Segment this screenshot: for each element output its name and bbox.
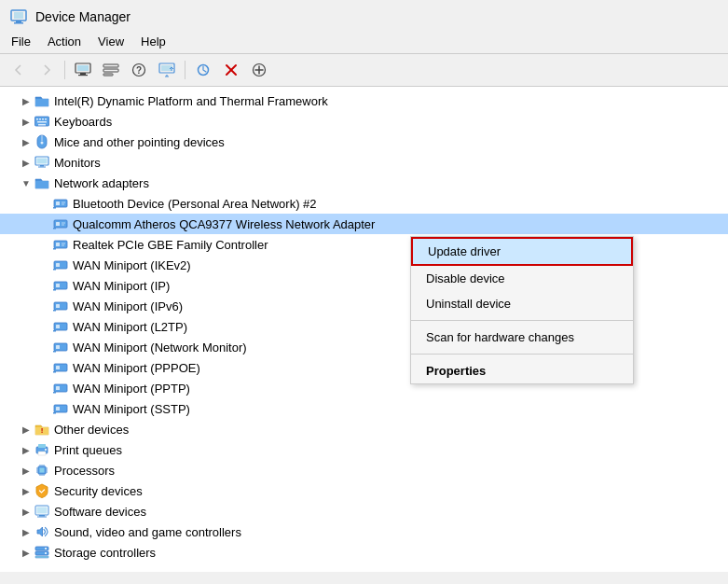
svg-rect-43 (56, 222, 60, 226)
context-menu-properties[interactable]: Properties (411, 358, 633, 383)
item-label: Network adapters (54, 176, 149, 190)
svg-text:!: ! (41, 426, 44, 435)
item-label: Software devices (54, 505, 146, 519)
svg-rect-36 (35, 181, 48, 188)
list-item[interactable]: ▶ Proces (0, 460, 728, 480)
help-button[interactable]: ? (126, 58, 152, 82)
svg-rect-24 (39, 118, 41, 120)
item-label: WAN Miniport (IKEv2) (73, 258, 191, 272)
expand-icon[interactable]: ▶ (19, 483, 34, 498)
list-item[interactable]: ▶ Security devices (0, 480, 728, 501)
network-folder-icon (34, 174, 50, 191)
scan-changes-toolbar-button[interactable] (190, 58, 216, 82)
list-item[interactable]: ▼ Network adapters (0, 173, 728, 193)
expand-icon (37, 401, 52, 416)
item-label: Qualcomm Atheros QCA9377 Wireless Networ… (73, 217, 375, 231)
software-icon (34, 503, 50, 520)
item-label: Other devices (54, 423, 129, 437)
list-view-button[interactable] (98, 58, 124, 82)
menu-action[interactable]: Action (40, 32, 89, 51)
expand-icon (37, 381, 52, 396)
expand-icon[interactable]: ▶ (19, 545, 34, 560)
list-item[interactable]: ▶ Keyboards (0, 111, 728, 132)
update-driver-toolbar-button[interactable] (154, 58, 180, 82)
svg-rect-59 (56, 304, 60, 308)
network-card-icon (52, 277, 69, 294)
svg-rect-41 (53, 207, 56, 209)
list-item[interactable]: ▶ Monitors (0, 152, 728, 173)
expand-icon (37, 340, 52, 355)
list-item[interactable]: ▶ Software devices (0, 501, 728, 521)
expand-icon (37, 237, 52, 252)
toolbar-separator-1 (64, 61, 65, 79)
expand-icon (37, 216, 52, 231)
item-label: Print queues (54, 443, 122, 457)
computer-view-button[interactable] (70, 58, 96, 82)
svg-rect-35 (38, 167, 46, 168)
svg-point-101 (45, 548, 47, 549)
forward-button[interactable] (34, 58, 60, 82)
context-menu-scan-hardware[interactable]: Scan for hardware changes (411, 325, 633, 350)
network-card-icon (52, 380, 69, 396)
svg-rect-62 (56, 325, 60, 328)
svg-text:?: ? (136, 65, 142, 76)
list-item[interactable]: ▶ Storage controllers (0, 542, 728, 563)
expand-icon[interactable]: ▶ (19, 504, 34, 519)
svg-rect-34 (40, 165, 44, 167)
expand-icon (37, 278, 52, 293)
list-item[interactable]: Bluetooth Device (Personal Area Network)… (0, 193, 728, 214)
network-card-icon (52, 298, 69, 314)
security-icon (34, 482, 50, 499)
network-card-icon (52, 339, 69, 355)
expand-icon (37, 299, 52, 313)
disable-toolbar-button[interactable] (218, 58, 244, 82)
expand-icon[interactable]: ▶ (19, 93, 34, 108)
expand-icon[interactable]: ▶ (19, 422, 34, 437)
list-item[interactable]: ▶ Intel(R) Dynamic Platform and Thermal … (0, 90, 728, 111)
svg-rect-66 (53, 351, 56, 353)
svg-rect-104 (35, 556, 48, 558)
expand-icon[interactable]: ▶ (19, 442, 34, 457)
item-label: Keyboards (54, 115, 112, 129)
context-menu-uninstall-device[interactable]: Uninstall device (411, 291, 633, 316)
sound-icon (34, 523, 50, 540)
install-toolbar-button[interactable] (246, 58, 272, 82)
menu-help[interactable]: Help (133, 32, 173, 51)
context-menu-disable-device[interactable]: Disable device (411, 266, 633, 291)
qualcomm-adapter-item[interactable]: Qualcomm Atheros QCA9377 Wireless Networ… (0, 214, 728, 234)
list-item[interactable]: ▶ Sound, video and game controllers (0, 521, 728, 542)
svg-point-81 (45, 449, 47, 451)
svg-rect-5 (77, 65, 89, 71)
toolbar-separator-2 (185, 61, 185, 79)
menu-view[interactable]: View (90, 32, 131, 51)
list-item[interactable]: ▶ Mice and other pointing devices (0, 132, 728, 152)
svg-rect-48 (56, 243, 60, 246)
back-button[interactable] (6, 58, 32, 82)
menu-bar: File Action View Help (0, 30, 728, 54)
item-label: Security devices (54, 484, 143, 498)
main-content: ▶ Intel(R) Dynamic Platform and Thermal … (0, 87, 728, 572)
item-label: WAN Miniport (IP) (73, 279, 170, 293)
expand-icon[interactable]: ▶ (19, 524, 34, 539)
context-menu-update-driver[interactable]: Update driver (411, 237, 633, 266)
expand-icon[interactable]: ▶ (19, 155, 34, 170)
mouse-icon (34, 133, 50, 150)
svg-rect-2 (16, 21, 21, 22)
expand-icon[interactable]: ▶ (19, 134, 34, 149)
svg-rect-25 (42, 118, 44, 120)
expand-icon[interactable]: ▶ (19, 463, 34, 478)
list-item[interactable]: ▶ Print queues (0, 439, 728, 460)
item-label: Storage controllers (54, 546, 156, 560)
svg-rect-57 (53, 289, 56, 291)
storage-icon (34, 544, 50, 561)
expand-icon (37, 257, 52, 272)
list-item[interactable]: WAN Miniport (SSTP) (0, 398, 728, 419)
network-card-icon (52, 216, 69, 232)
svg-rect-46 (53, 228, 56, 229)
expand-icon[interactable]: ▼ (19, 175, 34, 190)
network-card-icon (52, 257, 69, 273)
list-item[interactable]: ▶ ! Other devices (0, 419, 728, 439)
expand-icon[interactable]: ▶ (19, 114, 34, 129)
menu-file[interactable]: File (4, 32, 38, 51)
svg-rect-54 (53, 269, 56, 271)
